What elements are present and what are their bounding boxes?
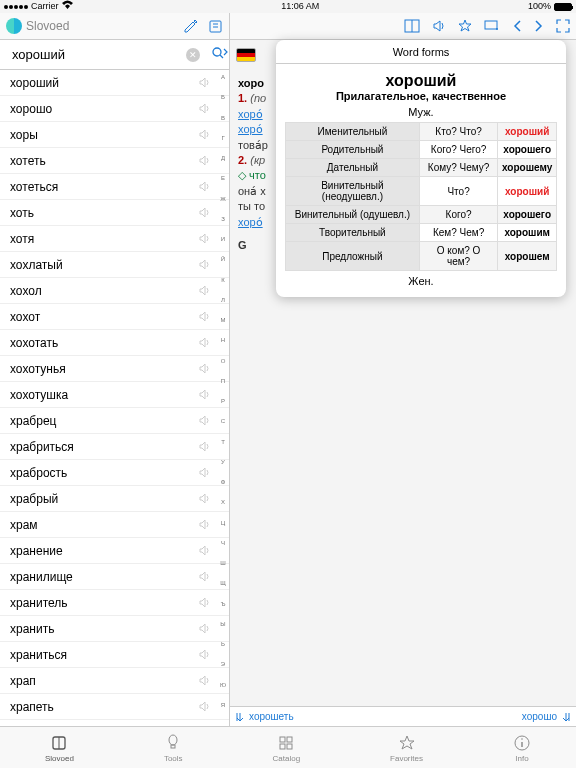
list-item[interactable]: храпеть: [0, 694, 229, 720]
speaker-icon[interactable]: [198, 492, 211, 505]
tab-favorites[interactable]: Favorites: [390, 734, 423, 763]
speaker-icon[interactable]: [198, 648, 211, 661]
sidebar: хорошийхорошохорыхотетьхотетьсяхотьхотях…: [0, 70, 230, 726]
speaker-icon[interactable]: [198, 466, 211, 479]
language-flag[interactable]: [236, 48, 256, 62]
speaker-icon[interactable]: [198, 310, 211, 323]
list-item[interactable]: хранение: [0, 538, 229, 564]
svg-point-7: [213, 48, 221, 56]
popup-title: Word forms: [276, 40, 566, 64]
prev-word-link[interactable]: хорошеть: [236, 711, 294, 722]
search-swap-icon[interactable]: [212, 46, 228, 64]
svg-point-13: [169, 735, 177, 745]
star-icon[interactable]: [458, 19, 472, 33]
svg-point-20: [521, 738, 523, 740]
list-item[interactable]: хранилище: [0, 564, 229, 590]
clock: 11:06 AM: [281, 0, 319, 13]
list-item[interactable]: храбрый: [0, 486, 229, 512]
list-item[interactable]: хотеть: [0, 148, 229, 174]
grammar-table: ИменительныйКто? Что?хорошийРодительныйК…: [285, 122, 558, 271]
speaker-icon[interactable]: [198, 232, 211, 245]
list-item[interactable]: храп: [0, 668, 229, 694]
status-bar: Carrier 11:06 AM 100%: [0, 0, 576, 13]
list-item[interactable]: хохлатый: [0, 252, 229, 278]
nav-next-icon[interactable]: [534, 19, 544, 33]
card-icon[interactable]: [484, 19, 500, 33]
clear-icon[interactable]: ✕: [186, 48, 200, 62]
audio-icon[interactable]: [432, 19, 446, 33]
speaker-icon[interactable]: [198, 700, 211, 713]
svg-line-8: [220, 55, 223, 58]
speaker-icon[interactable]: [198, 362, 211, 375]
list-item[interactable]: хотеться: [0, 174, 229, 200]
popup-headword: хороший: [276, 72, 566, 90]
list-item[interactable]: хохотушка: [0, 382, 229, 408]
svg-rect-17: [280, 744, 285, 749]
carrier-label: Carrier: [31, 0, 59, 13]
book-icon[interactable]: [208, 19, 223, 34]
battery-percent: 100%: [528, 0, 551, 13]
svg-rect-15: [280, 737, 285, 742]
speaker-icon[interactable]: [198, 154, 211, 167]
list-item[interactable]: храбриться: [0, 434, 229, 460]
speaker-icon[interactable]: [198, 102, 211, 115]
layout-icon[interactable]: [404, 19, 420, 33]
list-item[interactable]: хорошо: [0, 96, 229, 122]
speaker-icon[interactable]: [198, 544, 211, 557]
list-item[interactable]: хороший: [0, 70, 229, 96]
svg-rect-18: [287, 744, 292, 749]
svg-rect-14: [171, 745, 175, 748]
word-forms-popup: Word forms хороший Прилагательное, качес…: [276, 40, 566, 297]
speaker-icon[interactable]: [198, 180, 211, 193]
tab-catalog[interactable]: Catalog: [273, 734, 301, 763]
svg-rect-5: [485, 21, 497, 29]
tab-slovoed[interactable]: Slovoed: [45, 734, 74, 763]
list-item[interactable]: храбрость: [0, 460, 229, 486]
word-list[interactable]: хорошийхорошохорыхотетьхотетьсяхотьхотях…: [0, 70, 229, 726]
speaker-icon[interactable]: [198, 76, 211, 89]
list-item[interactable]: хохот: [0, 304, 229, 330]
tab-tools[interactable]: Tools: [164, 734, 183, 763]
speaker-icon[interactable]: [198, 518, 211, 531]
expand-icon[interactable]: [556, 19, 570, 33]
search-input[interactable]: [6, 44, 186, 66]
next-word-link[interactable]: хорошо: [522, 711, 570, 722]
svg-rect-16: [287, 737, 292, 742]
speaker-icon[interactable]: [198, 622, 211, 635]
speaker-icon[interactable]: [198, 570, 211, 583]
list-item[interactable]: хохотать: [0, 330, 229, 356]
app-header: Slovoed: [0, 13, 576, 40]
list-item[interactable]: хранить: [0, 616, 229, 642]
list-item[interactable]: хохотунья: [0, 356, 229, 382]
search-row: ✕: [0, 40, 230, 70]
speaker-icon[interactable]: [198, 206, 211, 219]
list-item[interactable]: храниться: [0, 642, 229, 668]
nav-prev-icon[interactable]: [512, 19, 522, 33]
tab-info[interactable]: Info: [513, 734, 531, 763]
list-item[interactable]: храбрец: [0, 408, 229, 434]
svg-point-6: [496, 28, 498, 30]
list-item[interactable]: хоть: [0, 200, 229, 226]
app-name: Slovoed: [26, 19, 69, 33]
pencil-icon[interactable]: [183, 19, 198, 34]
list-item[interactable]: хоры: [0, 122, 229, 148]
speaker-icon[interactable]: [198, 128, 211, 141]
speaker-icon[interactable]: [198, 440, 211, 453]
speaker-icon[interactable]: [198, 388, 211, 401]
footer-links: хорошеть хорошо: [230, 706, 576, 726]
speaker-icon[interactable]: [198, 284, 211, 297]
list-item[interactable]: храм: [0, 512, 229, 538]
list-item[interactable]: хотя: [0, 226, 229, 252]
popup-gender-masc: Муж.: [276, 106, 566, 118]
list-item[interactable]: хохол: [0, 278, 229, 304]
speaker-icon[interactable]: [198, 258, 211, 271]
speaker-icon[interactable]: [198, 414, 211, 427]
tab-bar: Slovoed Tools Catalog Favorites Info: [0, 726, 576, 768]
speaker-icon[interactable]: [198, 674, 211, 687]
list-item[interactable]: хранитель: [0, 590, 229, 616]
wifi-icon: [62, 0, 73, 13]
speaker-icon[interactable]: [198, 596, 211, 609]
speaker-icon[interactable]: [198, 336, 211, 349]
alpha-index[interactable]: АБВГДЕЖЗИЙКЛМНОПРСТУФХЦЧШЩЪЫЬЭЮЯ: [217, 70, 229, 726]
battery-icon: [554, 3, 572, 11]
